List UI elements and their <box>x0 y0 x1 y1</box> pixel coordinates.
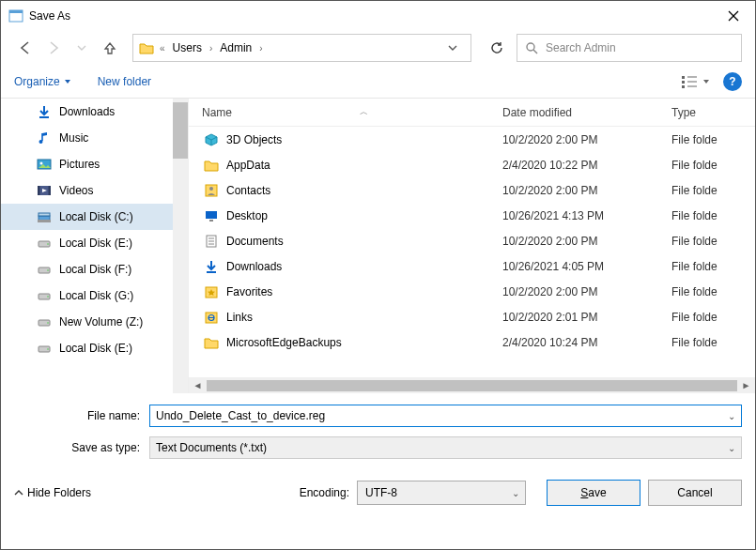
file-row[interactable]: Downloads10/26/2021 4:05 PMFile folde <box>189 253 755 279</box>
file-date: 10/2/2020 2:00 PM <box>502 184 671 197</box>
column-headers[interactable]: Name︿ Date modified Type <box>189 99 755 127</box>
chevron-down-icon[interactable]: ⌄ <box>728 443 735 453</box>
svg-point-23 <box>47 243 49 245</box>
tree-item-label: Downloads <box>59 105 115 118</box>
file-name: Links <box>226 311 502 324</box>
cancel-button[interactable]: Cancel <box>648 480 742 506</box>
tree-item[interactable]: Videos <box>1 177 188 204</box>
download-icon <box>37 104 52 119</box>
encoding-select[interactable]: UTF-8 ⌄ <box>357 481 526 505</box>
tree-scrollbar[interactable] <box>173 99 188 393</box>
tree-item-label: Local Disk (G:) <box>59 289 133 302</box>
svg-point-25 <box>47 269 49 271</box>
chevron-down-icon[interactable]: ⌄ <box>512 488 519 498</box>
drive-icon <box>37 314 52 329</box>
svg-point-4 <box>527 43 534 51</box>
forward-button[interactable] <box>42 37 65 59</box>
chevron-down-icon[interactable]: ⌄ <box>728 411 735 421</box>
file-row[interactable]: Desktop10/26/2021 4:13 PMFile folde <box>189 203 755 228</box>
file-row[interactable]: Favorites10/2/2020 2:00 PMFile folde <box>189 279 755 304</box>
file-date: 10/26/2021 4:13 PM <box>502 209 671 222</box>
column-name[interactable]: Name <box>202 106 232 119</box>
tree-item[interactable]: Local Disk (E:) <box>1 230 188 256</box>
horizontal-scrollbar[interactable]: ◄ ► <box>189 377 755 393</box>
close-button[interactable] <box>712 1 755 31</box>
file-list[interactable]: Name︿ Date modified Type 3D Objects10/2/… <box>189 99 755 393</box>
tree-item[interactable]: Local Disk (F:) <box>1 256 188 283</box>
file-row[interactable]: Documents10/2/2020 2:00 PMFile folde <box>189 228 755 253</box>
videos-icon <box>37 183 52 198</box>
breadcrumb-item[interactable]: Users <box>169 41 206 54</box>
file-name: Favorites <box>226 285 502 298</box>
chevron-right-icon: « <box>158 43 167 53</box>
saveastype-select[interactable]: Text Documents (*.txt) ⌄ <box>149 436 742 459</box>
file-row[interactable]: Links10/2/2020 2:01 PMFile folde <box>189 304 755 329</box>
docs-icon <box>202 232 221 251</box>
3d-icon <box>202 130 221 149</box>
tree-item[interactable]: Local Disk (G:) <box>1 283 188 309</box>
filename-label: File name: <box>14 409 149 422</box>
tree-item[interactable]: Music <box>1 125 188 151</box>
scrollbar-thumb[interactable] <box>207 380 737 391</box>
tree-item-label: Local Disk (E:) <box>59 237 132 250</box>
file-name: Downloads <box>226 260 502 273</box>
file-type: File folde <box>671 133 717 146</box>
view-options[interactable] <box>682 75 710 88</box>
refresh-button[interactable] <box>483 34 511 62</box>
breadcrumb-dropdown[interactable] <box>448 43 467 53</box>
tree-item[interactable]: Local Disk (E:) <box>1 335 188 361</box>
svg-rect-18 <box>49 186 52 195</box>
save-button[interactable]: Save <box>547 480 640 506</box>
sort-indicator-icon: ︿ <box>360 106 368 118</box>
recent-dropdown[interactable] <box>70 37 93 59</box>
file-type: File folde <box>671 285 717 298</box>
file-type: File folde <box>671 184 717 197</box>
file-type: File folde <box>671 260 717 273</box>
svg-rect-21 <box>38 220 51 222</box>
tree-item[interactable]: New Volume (Z:) <box>1 309 188 335</box>
scroll-left-icon[interactable]: ◄ <box>191 380 205 390</box>
hide-folders-toggle[interactable]: Hide Folders <box>14 486 91 499</box>
file-row[interactable]: 3D Objects10/2/2020 2:00 PMFile folde <box>189 127 755 152</box>
file-row[interactable]: MicrosoftEdgeBackups2/4/2020 10:24 PMFil… <box>189 329 755 355</box>
scroll-right-icon[interactable]: ► <box>739 380 753 390</box>
svg-rect-17 <box>38 186 40 195</box>
search-icon <box>525 41 538 54</box>
file-date: 2/4/2020 10:22 PM <box>502 159 671 172</box>
tree-item[interactable]: Local Disk (C:) <box>1 204 188 230</box>
organize-menu[interactable]: Organize <box>14 75 71 88</box>
file-type: File folde <box>671 209 717 222</box>
column-date[interactable]: Date modified <box>502 106 671 119</box>
file-name: MicrosoftEdgeBackups <box>226 336 502 349</box>
new-folder-button[interactable]: New folder <box>98 75 151 88</box>
filename-input[interactable]: Undo_Delete_Cast_to_device.reg ⌄ <box>149 405 742 427</box>
svg-point-13 <box>39 140 43 144</box>
saveastype-label: Save as type: <box>14 441 149 454</box>
app-icon <box>8 8 23 23</box>
file-date: 10/2/2020 2:00 PM <box>502 133 671 146</box>
help-button[interactable]: ? <box>723 72 742 91</box>
pictures-icon <box>37 157 52 172</box>
file-name: Desktop <box>226 209 502 222</box>
encoding-label: Encoding: <box>300 486 349 499</box>
download-icon <box>202 257 221 276</box>
tree-item-label: New Volume (Z:) <box>59 315 143 328</box>
fav-icon <box>202 283 221 301</box>
tree-item[interactable]: Downloads <box>1 99 188 125</box>
column-type[interactable]: Type <box>671 106 755 119</box>
folder-icon <box>202 333 221 352</box>
toolbar: Organize New folder ? <box>1 65 755 99</box>
file-row[interactable]: AppData2/4/2020 10:22 PMFile folde <box>189 152 755 177</box>
music-icon <box>37 130 52 145</box>
breadcrumb-item[interactable]: Admin <box>216 41 255 54</box>
svg-point-31 <box>47 348 49 350</box>
svg-point-27 <box>47 296 49 298</box>
breadcrumb[interactable]: « Users › Admin › <box>132 34 471 62</box>
up-button[interactable] <box>99 37 121 59</box>
navigation-tree[interactable]: DownloadsMusicPicturesVideosLocal Disk (… <box>1 99 189 393</box>
desktop-icon <box>202 206 221 225</box>
search-input[interactable]: Search Admin <box>517 34 742 62</box>
file-row[interactable]: Contacts10/2/2020 2:00 PMFile folde <box>189 177 755 203</box>
tree-item[interactable]: Pictures <box>1 151 188 177</box>
back-button[interactable] <box>14 37 37 59</box>
